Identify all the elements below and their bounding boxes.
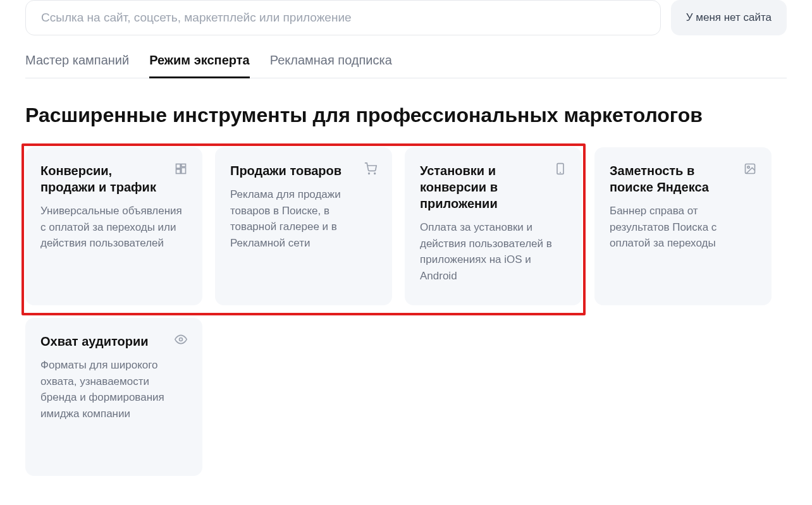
cart-icon bbox=[364, 162, 377, 175]
no-site-button[interactable]: У меня нет сайта bbox=[671, 0, 787, 35]
card-title: Заметность в поиске Яндекса bbox=[610, 162, 756, 195]
tab-subscription[interactable]: Рекламная подписка bbox=[270, 48, 392, 78]
card-title: Установки и конверсии в приложении bbox=[420, 162, 567, 212]
card-desc: Реклама для продажи товаров в Поиске, в … bbox=[230, 186, 377, 251]
svg-point-10 bbox=[180, 338, 183, 341]
mode-tabs: Мастер кампаний Режим эксперта Рекламная… bbox=[25, 48, 787, 78]
svg-rect-3 bbox=[181, 167, 186, 173]
card-sales[interactable]: Продажи товаров Реклама для продажи това… bbox=[215, 147, 392, 305]
card-desc: Оплата за установки и действия пользоват… bbox=[420, 219, 567, 284]
eye-icon bbox=[175, 333, 187, 346]
cards-grid: Конверсии, продажи и трафик Универсальны… bbox=[25, 147, 787, 476]
card-title: Охват аудитории bbox=[40, 333, 187, 350]
card-title: Конверсии, продажи и трафик bbox=[40, 162, 187, 195]
tab-expert[interactable]: Режим эксперта bbox=[149, 48, 250, 78]
layout-icon bbox=[175, 162, 187, 175]
svg-point-5 bbox=[374, 173, 376, 174]
card-app-installs[interactable]: Установки и конверсии в приложении Оплат… bbox=[405, 147, 582, 305]
card-reach[interactable]: Охват аудитории Форматы для широкого охв… bbox=[25, 318, 202, 476]
svg-rect-2 bbox=[176, 169, 181, 174]
phone-icon bbox=[554, 162, 567, 175]
card-search-visibility[interactable]: Заметность в поиске Яндекса Баннер справ… bbox=[594, 147, 772, 305]
image-icon bbox=[744, 162, 756, 175]
svg-point-4 bbox=[369, 173, 370, 174]
svg-point-9 bbox=[747, 166, 749, 168]
svg-rect-0 bbox=[176, 164, 181, 169]
card-desc: Баннер справа от результатов Поиска с оп… bbox=[610, 203, 756, 252]
svg-rect-1 bbox=[181, 164, 186, 167]
card-conversions[interactable]: Конверсии, продажи и трафик Универсальны… bbox=[25, 147, 202, 305]
card-desc: Универсальные объявления с оплатой за пе… bbox=[40, 203, 187, 252]
page-title: Расширенные инструменты для профессионал… bbox=[25, 104, 787, 127]
card-title: Продажи товаров bbox=[230, 162, 377, 179]
tab-master[interactable]: Мастер кампаний bbox=[25, 48, 129, 78]
card-desc: Форматы для широкого охвата, узнаваемост… bbox=[40, 357, 187, 422]
site-url-input[interactable] bbox=[25, 0, 661, 35]
